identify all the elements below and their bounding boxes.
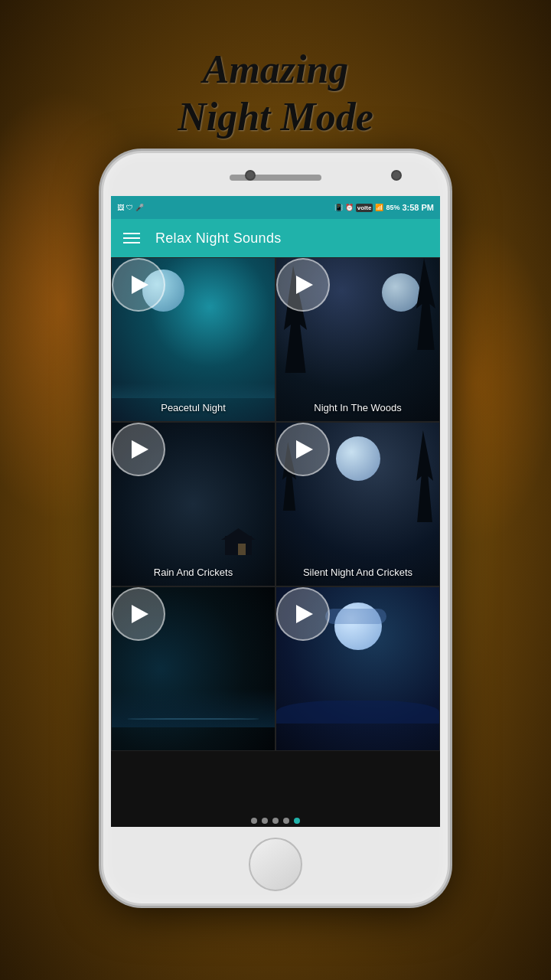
water-5 xyxy=(112,689,275,727)
speaker xyxy=(230,175,321,181)
alarm-icon: ⏰ xyxy=(345,204,354,211)
moon-2 xyxy=(382,273,420,312)
camera-right xyxy=(391,170,402,181)
play-button-2[interactable] xyxy=(276,258,330,312)
sound-grid: Peacetul Night Night In The Woods xyxy=(111,257,440,751)
list-item[interactable]: Peacetul Night xyxy=(111,257,276,422)
play-button-3[interactable] xyxy=(112,423,165,476)
play-button-1[interactable] xyxy=(112,258,165,312)
vibrate-icon: 📳 xyxy=(334,204,343,211)
hamburger-line3 xyxy=(123,242,140,243)
dot-3 xyxy=(272,818,279,824)
item-label-4: Silent Night And Crickets xyxy=(276,567,439,578)
play-icon-5 xyxy=(132,605,148,623)
toolbar: Relax Night Sounds xyxy=(111,219,440,257)
camera-left xyxy=(245,170,256,181)
play-button-5[interactable] xyxy=(112,587,165,641)
toolbar-title: Relax Night Sounds xyxy=(155,230,282,247)
hamburger-line1 xyxy=(123,233,140,234)
item-label-1: Peacetul Night xyxy=(112,402,275,413)
cloud-6 xyxy=(325,609,386,624)
image-icon: 🖼 xyxy=(117,204,124,211)
window-3 xyxy=(238,544,246,555)
dot-2 xyxy=(262,818,268,824)
list-item[interactable] xyxy=(111,586,276,751)
water-1 xyxy=(112,383,275,398)
dot-1 xyxy=(251,818,257,824)
status-bar: 🖼 🛡 🎤 📳 ⏰ volte 📶 85% 3:58 PM xyxy=(111,196,440,219)
app-title: Amazing Night Mode xyxy=(0,46,551,142)
horizon-6 xyxy=(276,701,439,724)
play-button-4[interactable] xyxy=(276,423,330,476)
list-item[interactable]: Night In The Woods xyxy=(276,257,440,422)
status-icons-left: 🖼 🛡 🎤 xyxy=(117,204,144,211)
list-item[interactable]: Rain And Crickets xyxy=(111,422,276,586)
dot-4 xyxy=(283,818,289,824)
water-line-5 xyxy=(127,718,259,720)
volte-label: volte xyxy=(356,204,373,212)
tree-2b xyxy=(416,258,435,350)
list-item[interactable]: Silent Night And Crickets xyxy=(276,422,440,586)
dot-5 xyxy=(294,818,300,824)
status-icons-right: 📳 ⏰ volte 📶 85% 3:58 PM xyxy=(334,203,434,212)
screen: 🖼 🛡 🎤 📳 ⏰ volte 📶 85% 3:58 PM Relax Nigh… xyxy=(111,196,440,827)
battery-label: 85% xyxy=(386,204,399,211)
time-label: 3:58 PM xyxy=(402,203,434,212)
item-label-3: Rain And Crickets xyxy=(112,567,275,578)
menu-button[interactable] xyxy=(123,233,140,243)
play-button-6[interactable] xyxy=(276,587,330,641)
play-icon-4 xyxy=(296,440,313,459)
item-label-2: Night In The Woods xyxy=(276,402,439,413)
dot-indicators xyxy=(111,818,440,824)
hamburger-line2 xyxy=(123,237,140,239)
play-icon-1 xyxy=(132,276,148,294)
home-button[interactable] xyxy=(249,838,302,891)
play-icon-3 xyxy=(132,440,148,459)
tree-4 xyxy=(416,430,433,522)
moon-4 xyxy=(336,436,380,481)
play-icon-6 xyxy=(296,605,313,623)
shield-icon: 🛡 xyxy=(126,204,133,211)
signal-icon: 📶 xyxy=(375,204,383,211)
list-item[interactable] xyxy=(276,586,440,751)
phone-frame: 🖼 🛡 🎤 📳 ⏰ volte 📶 85% 3:58 PM Relax Nigh… xyxy=(103,153,448,903)
play-icon-2 xyxy=(296,276,313,294)
mic-icon: 🎤 xyxy=(135,204,144,211)
roof-3 xyxy=(221,528,256,540)
